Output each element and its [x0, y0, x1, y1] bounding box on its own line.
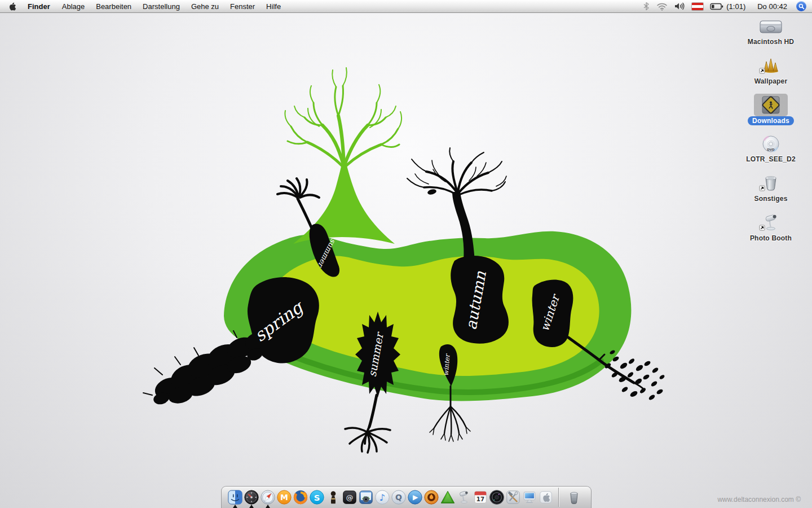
- dock-item-figure-app[interactable]: [325, 487, 342, 507]
- desktop-icon-sonstiges[interactable]: Sonstiges: [740, 174, 802, 203]
- dock-shelf: M S: [221, 486, 592, 508]
- menu-fenster[interactable]: Fenster: [224, 0, 261, 12]
- dvd-disc-icon: DVD: [758, 135, 783, 153]
- dock-item-photo-booth-app[interactable]: [456, 487, 473, 507]
- bluetooth-menu[interactable]: [639, 0, 653, 12]
- desktop-icon-label: Downloads: [748, 116, 794, 125]
- apple-menu[interactable]: [0, 0, 21, 12]
- figure-app-icon: [325, 489, 341, 505]
- dock-item-imac-display[interactable]: [522, 487, 538, 507]
- hard-drive-icon: [758, 17, 783, 36]
- bin-icon: [758, 174, 783, 192]
- dock-item-trash[interactable]: [563, 487, 585, 507]
- itunes-icon: ♪: [374, 489, 390, 505]
- dock-item-apple-box[interactable]: [538, 487, 554, 507]
- svg-text:@: @: [346, 493, 353, 502]
- skype-icon: S: [309, 489, 325, 505]
- desktop-icon-lotr-see-d2[interactable]: DVD LOTR_SEE_D2: [740, 134, 802, 163]
- messenger-icon: M: [276, 489, 292, 505]
- desktop-icon-wallpaper[interactable]: Wallpaper: [740, 56, 802, 85]
- desktop-icon-label: Wallpaper: [754, 77, 788, 85]
- road-sign-icon: [758, 96, 783, 114]
- camera-lens-icon: [489, 489, 505, 505]
- menu-app-name[interactable]: Finder: [21, 0, 56, 12]
- menu-hilfe[interactable]: Hilfe: [261, 0, 286, 12]
- dock-item-ical[interactable]: 17: [473, 487, 489, 507]
- dock-item-mail-at-app[interactable]: @: [342, 487, 358, 507]
- photo-booth-icon: [758, 214, 783, 232]
- dock-item-messenger[interactable]: M: [276, 487, 293, 507]
- spring-bush: [152, 329, 270, 406]
- keyboard-layout-menu[interactable]: [689, 0, 707, 12]
- svg-text:S: S: [314, 493, 320, 503]
- bluetooth-icon: [643, 2, 650, 11]
- green-pyramid-icon: [440, 489, 456, 505]
- green-tree: [285, 68, 401, 244]
- austria-flag-icon: [692, 3, 703, 10]
- dock: M S: [0, 486, 812, 508]
- label-winter-south: winter: [442, 353, 452, 376]
- menu-gehe-zu[interactable]: Gehe zu: [186, 0, 224, 12]
- iphoto-icon: [358, 489, 374, 505]
- gold-folder-icon: [758, 57, 783, 75]
- menu-bar: Finder Ablage Bearbeiten Darstellung Geh…: [0, 0, 812, 13]
- safari-icon: [260, 489, 276, 505]
- menu-bearbeiten[interactable]: Bearbeiten: [90, 0, 137, 12]
- at-sign-icon: @: [342, 489, 358, 505]
- dvd-logo-text: DVD: [767, 148, 775, 151]
- menu-ablage[interactable]: Ablage: [56, 0, 90, 12]
- crossed-tools-icon: [505, 489, 521, 505]
- svg-text:17: 17: [476, 496, 484, 502]
- quicktime-icon: Q: [391, 489, 407, 505]
- dock-item-itunes[interactable]: ♪: [374, 487, 391, 507]
- battery-icon: [710, 3, 723, 10]
- desktop-icon-photo-booth[interactable]: Photo Booth: [740, 213, 802, 242]
- volume-menu[interactable]: [671, 0, 689, 12]
- dashboard-icon: [244, 489, 259, 505]
- desktop-icon-macintosh-hd[interactable]: Macintosh HD: [740, 17, 802, 46]
- apple-logo-box-icon: [538, 489, 554, 505]
- svg-text:▶: ▶: [413, 493, 418, 501]
- wallpaper-artwork: spring summer summer autumn winter winte…: [0, 0, 812, 508]
- dock-item-quicktime[interactable]: Q: [391, 487, 407, 507]
- play-button-icon: ▶: [407, 489, 423, 505]
- dock-item-dashboard[interactable]: [244, 487, 260, 507]
- spotlight-icon: [798, 3, 805, 10]
- clock-menu[interactable]: Do 00:42: [752, 0, 793, 12]
- wifi-menu[interactable]: [653, 0, 671, 12]
- svg-text:♪: ♪: [379, 492, 385, 503]
- desktop-icon-downloads[interactable]: Downloads: [740, 95, 802, 125]
- dock-separator: [558, 488, 559, 507]
- desktop-icon-label: LOTR_SEE_D2: [746, 155, 796, 163]
- dock-item-media-player[interactable]: ▶: [407, 487, 423, 507]
- volume-icon: [674, 2, 685, 11]
- finder-icon: [227, 489, 243, 505]
- battery-time: (1:01): [723, 2, 748, 11]
- imac-icon: [522, 489, 537, 505]
- desktop-icon-label: Macintosh HD: [748, 38, 794, 46]
- menu-darstellung[interactable]: Darstellung: [137, 0, 186, 12]
- dock-item-disc-ripper[interactable]: [440, 487, 456, 507]
- svg-text:M: M: [280, 493, 288, 502]
- dock-item-developer-tools[interactable]: [505, 487, 522, 507]
- battery-menu[interactable]: (1:01): [707, 0, 752, 12]
- calendar-icon: 17: [473, 489, 488, 505]
- dock-item-firefox[interactable]: [293, 487, 309, 507]
- palm-tree-top: [277, 178, 319, 233]
- dock-item-finder[interactable]: [227, 487, 244, 507]
- desktop-icon-label: Sonstiges: [754, 195, 787, 203]
- burn-disc-icon: [423, 489, 439, 505]
- dock-item-safari[interactable]: [260, 487, 276, 507]
- palm-tree-bottom: [345, 395, 390, 453]
- firefox-icon: [293, 489, 308, 505]
- dock-item-iphoto[interactable]: [358, 487, 374, 507]
- spotlight-button[interactable]: [796, 1, 806, 11]
- desktop-icon-label: Photo Booth: [750, 234, 792, 242]
- dock-item-aperture[interactable]: [489, 487, 505, 507]
- photo-booth-camera-icon: [456, 489, 472, 505]
- dock-item-toast-burner[interactable]: [423, 487, 440, 507]
- dock-item-skype[interactable]: S: [309, 487, 325, 507]
- svg-text:Q: Q: [395, 493, 402, 502]
- trash-icon: [566, 489, 582, 505]
- apple-icon: [8, 2, 16, 11]
